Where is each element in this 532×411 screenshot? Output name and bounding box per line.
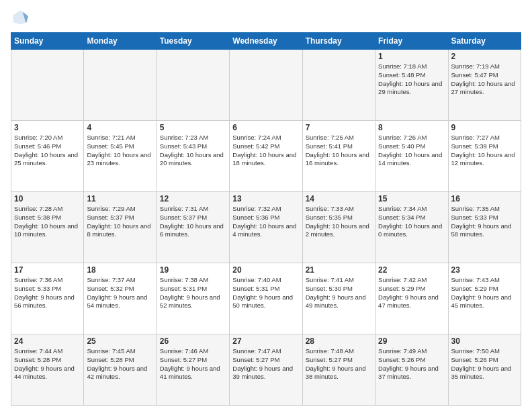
col-header-tuesday: Tuesday — [157, 33, 229, 50]
day-number: 5 — [160, 123, 226, 132]
day-info: Sunrise: 7:50 AM Sunset: 5:26 PM Dayligh… — [451, 347, 518, 381]
day-number: 23 — [451, 265, 518, 275]
week-row-5: 24Sunrise: 7:44 AM Sunset: 5:28 PM Dayli… — [11, 334, 521, 406]
day-info: Sunrise: 7:33 AM Sunset: 5:35 PM Dayligh… — [306, 205, 372, 239]
day-number: 16 — [451, 194, 518, 203]
day-info: Sunrise: 7:48 AM Sunset: 5:27 PM Dayligh… — [306, 347, 372, 381]
day-info: Sunrise: 7:34 AM Sunset: 5:34 PM Dayligh… — [378, 205, 445, 239]
day-info: Sunrise: 7:35 AM Sunset: 5:33 PM Dayligh… — [451, 205, 518, 239]
day-cell: 26Sunrise: 7:46 AM Sunset: 5:27 PM Dayli… — [157, 334, 229, 406]
day-cell: 4Sunrise: 7:21 AM Sunset: 5:45 PM Daylig… — [84, 121, 157, 192]
day-info: Sunrise: 7:43 AM Sunset: 5:29 PM Dayligh… — [451, 276, 518, 310]
day-info: Sunrise: 7:27 AM Sunset: 5:39 PM Dayligh… — [451, 134, 518, 168]
week-row-2: 3Sunrise: 7:20 AM Sunset: 5:46 PM Daylig… — [11, 121, 521, 192]
header — [11, 8, 521, 27]
day-number: 17 — [14, 265, 81, 275]
day-info: Sunrise: 7:44 AM Sunset: 5:28 PM Dayligh… — [14, 347, 81, 381]
day-info: Sunrise: 7:18 AM Sunset: 5:48 PM Dayligh… — [378, 62, 445, 97]
day-cell — [84, 50, 157, 121]
day-info: Sunrise: 7:19 AM Sunset: 5:47 PM Dayligh… — [451, 62, 518, 97]
day-number: 2 — [451, 52, 518, 61]
col-header-monday: Monday — [84, 33, 157, 50]
day-info: Sunrise: 7:28 AM Sunset: 5:38 PM Dayligh… — [14, 205, 81, 239]
day-cell: 27Sunrise: 7:47 AM Sunset: 5:27 PM Dayli… — [230, 334, 302, 406]
day-number: 24 — [14, 336, 81, 346]
col-header-saturday: Saturday — [448, 33, 521, 50]
day-cell: 8Sunrise: 7:26 AM Sunset: 5:40 PM Daylig… — [375, 121, 448, 192]
col-header-friday: Friday — [375, 33, 448, 50]
logo-icon — [11, 8, 30, 27]
day-cell: 30Sunrise: 7:50 AM Sunset: 5:26 PM Dayli… — [448, 334, 521, 406]
day-info: Sunrise: 7:46 AM Sunset: 5:27 PM Dayligh… — [160, 347, 226, 381]
day-info: Sunrise: 7:21 AM Sunset: 5:45 PM Dayligh… — [87, 134, 153, 168]
day-cell: 3Sunrise: 7:20 AM Sunset: 5:46 PM Daylig… — [11, 121, 84, 192]
col-header-wednesday: Wednesday — [230, 33, 302, 50]
day-number: 30 — [451, 336, 518, 346]
day-number: 28 — [306, 336, 372, 346]
day-cell: 9Sunrise: 7:27 AM Sunset: 5:39 PM Daylig… — [448, 121, 521, 192]
day-cell: 17Sunrise: 7:36 AM Sunset: 5:33 PM Dayli… — [11, 263, 84, 334]
day-cell: 12Sunrise: 7:31 AM Sunset: 5:37 PM Dayli… — [157, 192, 229, 263]
day-number: 8 — [378, 123, 445, 132]
day-cell: 29Sunrise: 7:49 AM Sunset: 5:26 PM Dayli… — [375, 334, 448, 406]
day-number: 12 — [160, 194, 226, 203]
week-row-4: 17Sunrise: 7:36 AM Sunset: 5:33 PM Dayli… — [11, 263, 521, 334]
day-number: 6 — [232, 123, 299, 132]
day-number: 1 — [378, 52, 445, 61]
logo — [11, 8, 32, 27]
header-row: SundayMondayTuesdayWednesdayThursdayFrid… — [11, 33, 521, 50]
day-cell — [230, 50, 302, 121]
week-row-3: 10Sunrise: 7:28 AM Sunset: 5:38 PM Dayli… — [11, 192, 521, 263]
day-cell: 6Sunrise: 7:24 AM Sunset: 5:42 PM Daylig… — [230, 121, 302, 192]
day-info: Sunrise: 7:47 AM Sunset: 5:27 PM Dayligh… — [232, 347, 299, 381]
calendar-table: SundayMondayTuesdayWednesdayThursdayFrid… — [11, 32, 521, 406]
day-cell: 19Sunrise: 7:38 AM Sunset: 5:31 PM Dayli… — [157, 263, 229, 334]
day-number: 22 — [378, 265, 445, 275]
day-cell — [157, 50, 229, 121]
day-info: Sunrise: 7:31 AM Sunset: 5:37 PM Dayligh… — [160, 205, 226, 239]
day-cell: 15Sunrise: 7:34 AM Sunset: 5:34 PM Dayli… — [375, 192, 448, 263]
day-number: 9 — [451, 123, 518, 132]
day-cell — [11, 50, 84, 121]
day-number: 18 — [87, 265, 153, 275]
day-cell: 25Sunrise: 7:45 AM Sunset: 5:28 PM Dayli… — [84, 334, 157, 406]
page: SundayMondayTuesdayWednesdayThursdayFrid… — [0, 0, 532, 411]
day-info: Sunrise: 7:29 AM Sunset: 5:37 PM Dayligh… — [87, 205, 153, 239]
day-info: Sunrise: 7:49 AM Sunset: 5:26 PM Dayligh… — [378, 347, 445, 381]
day-number: 3 — [14, 123, 81, 132]
day-number: 14 — [306, 194, 372, 203]
day-number: 4 — [87, 123, 153, 132]
day-cell: 23Sunrise: 7:43 AM Sunset: 5:29 PM Dayli… — [448, 263, 521, 334]
day-number: 15 — [378, 194, 445, 203]
day-cell — [302, 50, 375, 121]
day-info: Sunrise: 7:23 AM Sunset: 5:43 PM Dayligh… — [160, 134, 226, 168]
day-number: 26 — [160, 336, 226, 346]
day-number: 11 — [87, 194, 153, 203]
day-info: Sunrise: 7:36 AM Sunset: 5:33 PM Dayligh… — [14, 276, 81, 310]
day-info: Sunrise: 7:37 AM Sunset: 5:32 PM Dayligh… — [87, 276, 153, 310]
day-info: Sunrise: 7:25 AM Sunset: 5:41 PM Dayligh… — [306, 134, 372, 168]
day-number: 21 — [306, 265, 372, 275]
day-cell: 14Sunrise: 7:33 AM Sunset: 5:35 PM Dayli… — [302, 192, 375, 263]
week-row-1: 1Sunrise: 7:18 AM Sunset: 5:48 PM Daylig… — [11, 50, 521, 121]
day-cell: 16Sunrise: 7:35 AM Sunset: 5:33 PM Dayli… — [448, 192, 521, 263]
col-header-thursday: Thursday — [302, 33, 375, 50]
day-info: Sunrise: 7:42 AM Sunset: 5:29 PM Dayligh… — [378, 276, 445, 310]
day-number: 27 — [232, 336, 299, 346]
day-info: Sunrise: 7:32 AM Sunset: 5:36 PM Dayligh… — [232, 205, 299, 239]
day-info: Sunrise: 7:40 AM Sunset: 5:31 PM Dayligh… — [232, 276, 299, 310]
day-cell: 24Sunrise: 7:44 AM Sunset: 5:28 PM Dayli… — [11, 334, 84, 406]
day-cell: 18Sunrise: 7:37 AM Sunset: 5:32 PM Dayli… — [84, 263, 157, 334]
day-info: Sunrise: 7:20 AM Sunset: 5:46 PM Dayligh… — [14, 134, 81, 168]
day-cell: 1Sunrise: 7:18 AM Sunset: 5:48 PM Daylig… — [375, 50, 448, 121]
day-cell: 22Sunrise: 7:42 AM Sunset: 5:29 PM Dayli… — [375, 263, 448, 334]
day-cell: 13Sunrise: 7:32 AM Sunset: 5:36 PM Dayli… — [230, 192, 302, 263]
day-cell: 11Sunrise: 7:29 AM Sunset: 5:37 PM Dayli… — [84, 192, 157, 263]
day-info: Sunrise: 7:24 AM Sunset: 5:42 PM Dayligh… — [232, 134, 299, 168]
col-header-sunday: Sunday — [11, 33, 84, 50]
day-cell: 28Sunrise: 7:48 AM Sunset: 5:27 PM Dayli… — [302, 334, 375, 406]
day-info: Sunrise: 7:41 AM Sunset: 5:30 PM Dayligh… — [306, 276, 372, 310]
day-cell: 7Sunrise: 7:25 AM Sunset: 5:41 PM Daylig… — [302, 121, 375, 192]
day-cell: 21Sunrise: 7:41 AM Sunset: 5:30 PM Dayli… — [302, 263, 375, 334]
day-cell: 10Sunrise: 7:28 AM Sunset: 5:38 PM Dayli… — [11, 192, 84, 263]
